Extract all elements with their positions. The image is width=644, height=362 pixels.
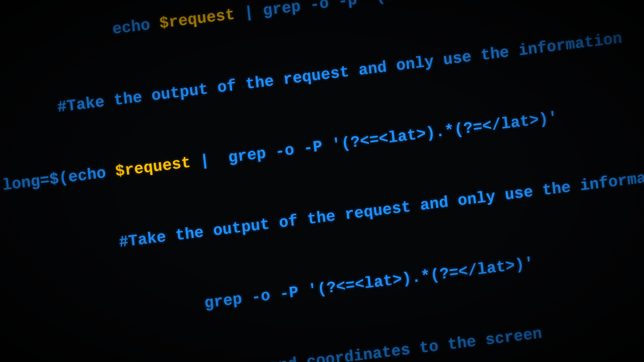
code-token: $request [114,154,192,181]
code-token: long=$(echo [2,163,116,195]
code-token: $request [158,6,236,33]
code-token: grep -o -P '(?<=<lat>).*(?=</lat>)' [203,254,535,312]
code-token: echo [112,15,161,38]
code-display: echo $request | grep -o -p '(?<= #Take t… [0,0,644,362]
terminal-background: echo $request | grep -o -p '(?<= #Take t… [0,0,644,362]
